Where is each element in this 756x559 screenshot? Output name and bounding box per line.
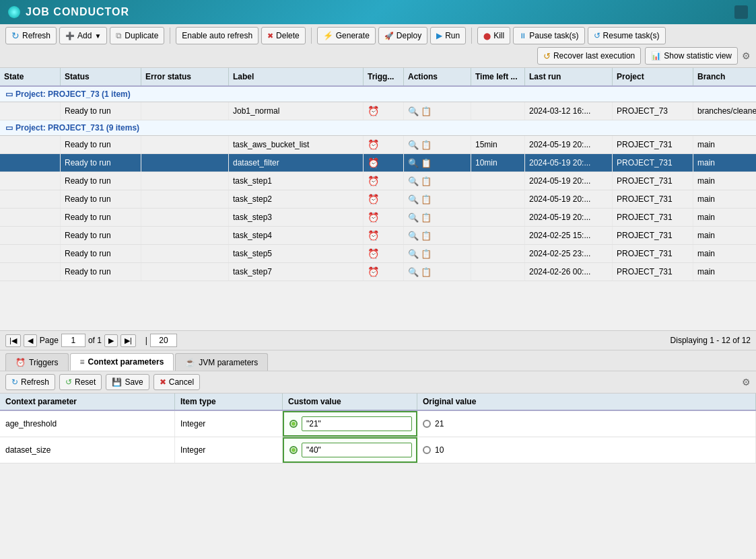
delete-button[interactable]: Delete	[261, 27, 306, 44]
table-row[interactable]: Ready to run task_step7 ⏰ 🔍 📋 2024-02-26…	[0, 263, 756, 281]
bottom-settings-icon[interactable]: ⚙	[742, 377, 751, 387]
cell-trigger: ⏰	[364, 190, 404, 208]
search-action-icon[interactable]: 🔍	[408, 213, 419, 223]
statistic-button[interactable]: 📊 Show statistic view	[645, 47, 738, 65]
pause-button[interactable]: Pause task(s)	[513, 27, 584, 44]
save-label: Save	[125, 377, 143, 387]
last-page-button[interactable]: ▶|	[121, 334, 136, 347]
page-input[interactable]	[61, 334, 85, 347]
cell-lastrun: 2024-02-25 23:...	[525, 245, 613, 262]
cell-param-name: age_threshold	[0, 411, 175, 437]
save-button[interactable]: 💾 Save	[106, 374, 149, 390]
run-label: Run	[445, 31, 460, 40]
add-dropdown-arrow: ▼	[94, 32, 101, 40]
kill-button[interactable]: Kill	[477, 27, 510, 44]
cell-label: task_step3	[229, 209, 364, 226]
cell-actions: 🔍 📋	[404, 245, 471, 262]
search-action-icon[interactable]: 🔍	[408, 249, 419, 259]
doc-action-icon[interactable]: 📋	[421, 213, 432, 223]
cell-project: PROJECT_731	[613, 209, 693, 226]
search-action-icon[interactable]: 🔍	[408, 140, 419, 150]
cell-label: task_step7	[229, 263, 364, 281]
group-label: Project: PROJECT_73 (1 item)	[15, 89, 131, 99]
table-row[interactable]: Ready to run task_step5 ⏰ 🔍 📋 2024-02-25…	[0, 245, 756, 263]
custom-radio-age[interactable]	[289, 420, 298, 428]
table-row[interactable]: Ready to run task_step3 ⏰ 🔍 📋 2024-05-19…	[0, 209, 756, 227]
tab-jvm-parameters[interactable]: ☕ JVM parameters	[175, 353, 268, 371]
tab-triggers[interactable]: ⏰ Triggers	[5, 353, 69, 371]
search-action-icon[interactable]: 🔍	[408, 106, 419, 116]
recover-icon: ↺	[543, 51, 551, 61]
cell-error	[141, 227, 229, 244]
cell-state	[0, 172, 61, 190]
doc-action-icon[interactable]: 📋	[421, 249, 432, 259]
reset-button[interactable]: ↺ Reset	[59, 374, 102, 390]
app-title: JOB CONDUCTOR	[26, 6, 129, 18]
trigger-alarm-icon: ⏰	[368, 157, 379, 168]
cell-lastrun: 2024-02-26 00:...	[525, 263, 613, 281]
custom-radio-dataset[interactable]	[289, 446, 298, 454]
cell-trigger: ⏰	[364, 136, 404, 153]
pagination-bar: |◀ ◀ Page of 1 ▶ ▶| | Displaying 1 - 12 …	[0, 330, 756, 350]
reset-icon: ↺	[65, 377, 72, 387]
page-size-input[interactable]	[150, 334, 177, 347]
original-radio-age[interactable]	[423, 420, 431, 428]
cell-lastrun: 2024-05-19 20:...	[525, 154, 613, 172]
deploy-button[interactable]: Deploy	[378, 27, 427, 44]
doc-action-icon[interactable]: 📋	[421, 176, 432, 186]
doc-action-icon[interactable]: 📋	[421, 194, 432, 204]
search-action-icon[interactable]: 🔍	[408, 231, 419, 241]
first-page-button[interactable]: |◀	[5, 334, 21, 347]
duplicate-button[interactable]: Duplicate	[110, 27, 164, 44]
cell-error	[141, 190, 229, 208]
settings-icon[interactable]: ⚙	[742, 50, 751, 61]
tab-context-parameters[interactable]: ≡ Context parameters	[70, 353, 174, 371]
cell-error	[141, 245, 229, 262]
refresh-button[interactable]: Refresh	[5, 27, 57, 44]
page-sep: |	[145, 336, 147, 345]
recover-button[interactable]: ↺ Recover last execution	[537, 47, 641, 65]
doc-action-icon[interactable]: 📋	[421, 140, 432, 150]
next-page-button[interactable]: ▶	[104, 334, 118, 347]
cell-original-value: 21	[417, 411, 756, 437]
generate-button[interactable]: Generate	[317, 27, 376, 44]
search-action-icon[interactable]: 🔍	[408, 267, 419, 277]
doc-action-icon[interactable]: 📋	[421, 267, 432, 277]
prev-page-button[interactable]: ◀	[24, 334, 37, 347]
window-control[interactable]	[734, 5, 748, 19]
cell-label: task_aws_bucket_list	[229, 136, 364, 153]
doc-action-icon[interactable]: 📋	[421, 231, 432, 241]
col-item-type: Item type	[175, 394, 283, 410]
group-collapse-icon-2[interactable]: ▭	[5, 123, 13, 133]
doc-action-icon[interactable]: 📋	[421, 158, 432, 168]
group-collapse-icon[interactable]: ▭	[5, 89, 13, 99]
page-label: Page	[40, 336, 59, 345]
auto-refresh-button[interactable]: Enable auto refresh	[176, 27, 259, 44]
run-button[interactable]: Run	[430, 27, 466, 44]
table-row[interactable]: Ready to run dataset_filter ⏰ 🔍 📋 10min …	[0, 154, 756, 172]
search-action-icon[interactable]: 🔍	[408, 176, 419, 186]
search-action-icon[interactable]: 🔍	[408, 194, 419, 204]
custom-value-input-age[interactable]	[302, 416, 412, 431]
trigger-clock-icon: ⏰	[368, 139, 379, 150]
col-custom-value: Custom value	[283, 394, 417, 410]
custom-value-input-dataset[interactable]	[302, 443, 412, 457]
table-row[interactable]: Ready to run task_step4 ⏰ 🔍 📋 2024-02-25…	[0, 227, 756, 245]
doc-action-icon[interactable]: 📋	[421, 106, 432, 116]
table-row[interactable]: Ready to run task_step2 ⏰ 🔍 📋 2024-05-19…	[0, 190, 756, 209]
add-button[interactable]: Add ▼	[59, 27, 107, 44]
table-row[interactable]: Ready to run Job1_normal ⏰ 🔍 📋 2024-03-1…	[0, 102, 756, 120]
search-action-icon[interactable]: 🔍	[408, 158, 419, 168]
cell-actions: 🔍 📋	[404, 227, 471, 244]
original-radio-dataset[interactable]	[423, 446, 431, 454]
context-row-dataset-size: dataset_size Integer 10	[0, 437, 756, 463]
table-row[interactable]: Ready to run task_aws_bucket_list ⏰ 🔍 📋 …	[0, 136, 756, 154]
generate-label: Generate	[336, 31, 370, 40]
toolbar-separator-2	[311, 28, 312, 44]
cell-actions: 🔍 📋	[404, 263, 471, 281]
cell-project: PROJECT_731	[613, 136, 693, 153]
bottom-refresh-button[interactable]: ↻ Refresh	[5, 374, 55, 390]
resume-button[interactable]: Resume task(s)	[588, 27, 666, 44]
table-row[interactable]: Ready to run task_step1 ⏰ 🔍 📋 2024-05-19…	[0, 172, 756, 190]
cancel-button[interactable]: ✖ Cancel	[153, 374, 200, 390]
